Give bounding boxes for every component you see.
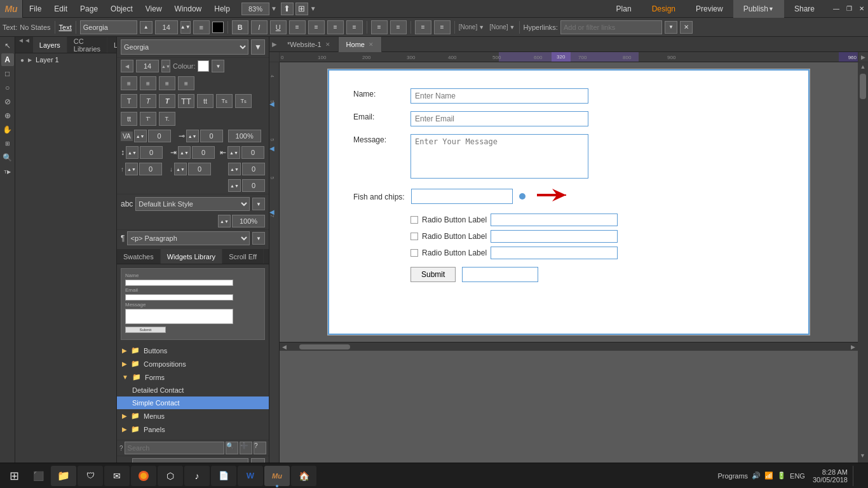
paragraph-drop[interactable]: ▼: [252, 232, 265, 245]
indent-arrows[interactable]: ▲▼: [178, 146, 191, 159]
widget-forms-folder[interactable]: ▼ 📁 Forms: [117, 370, 269, 384]
menu-file[interactable]: File: [23, 0, 48, 18]
fish-input[interactable]: [411, 189, 513, 204]
canvas-inner-scroll[interactable]: Name: Email: Message:: [280, 62, 858, 474]
style-italic[interactable]: T: [140, 94, 156, 108]
font-size-up[interactable]: ▲: [140, 21, 153, 34]
style-T[interactable]: T: [121, 94, 137, 108]
after-para-arrows[interactable]: ▲▼: [174, 163, 187, 175]
ruler-right-btn[interactable]: ▶: [858, 52, 868, 62]
colour-swatch[interactable]: [198, 60, 209, 72]
widget-help-btn[interactable]: ?: [254, 442, 266, 454]
menu-window[interactable]: Window: [168, 0, 208, 18]
eye-icon[interactable]: ●: [20, 57, 24, 64]
tab-layers[interactable]: Layers: [33, 37, 67, 53]
restore-btn[interactable]: ❐: [843, 0, 855, 18]
list-btn2[interactable]: ≡: [390, 20, 407, 34]
va-arrows[interactable]: ▲▼: [134, 130, 147, 142]
align-right[interactable]: ≡: [327, 20, 344, 34]
align-left[interactable]: ≡: [289, 20, 306, 34]
hyperlinks-close[interactable]: ✕: [680, 21, 693, 34]
menu-page[interactable]: Page: [74, 0, 104, 18]
text-align-left[interactable]: ≡: [193, 20, 210, 34]
underline-btn[interactable]: U: [270, 20, 287, 34]
battery-icon[interactable]: 🔋: [777, 471, 786, 480]
canvas-expand-btn[interactable]: ▶: [269, 37, 280, 52]
indent-input[interactable]: [192, 146, 215, 159]
taskbar-security[interactable]: 🛡: [78, 466, 103, 486]
align-justify[interactable]: ≡: [346, 20, 363, 34]
kern-arrows[interactable]: ▲▼: [186, 130, 199, 142]
extra2-arrows[interactable]: ▲▼: [228, 179, 241, 192]
crop-tool[interactable]: ⊞: [1, 137, 14, 150]
text-btn-label[interactable]: Text: [59, 24, 72, 31]
link-style-drop[interactable]: ▼: [252, 198, 265, 210]
share-btn[interactable]: Share: [784, 0, 825, 18]
tab-website1-close[interactable]: ✕: [325, 41, 330, 48]
layer1-item[interactable]: ● ▶ Layer 1: [15, 53, 116, 66]
collapse-btn[interactable]: ◄◄: [15, 37, 33, 53]
indent-btn1[interactable]: ≡: [415, 20, 431, 34]
widget-search-btn[interactable]: 🔍: [226, 442, 238, 454]
minimize-btn[interactable]: —: [830, 0, 843, 18]
radio-text-3[interactable]: [491, 247, 618, 259]
expand-arrow[interactable]: ▶: [28, 57, 32, 63]
publish-btn[interactable]: Publish ▼: [733, 0, 784, 18]
widget-panels-folder[interactable]: ▶ 📁 Panels: [117, 423, 269, 436]
list-btn1[interactable]: ≡: [371, 20, 388, 34]
taskbar-mail[interactable]: ✉: [104, 466, 130, 486]
radio-text-1[interactable]: [491, 214, 618, 226]
rectangle-tool[interactable]: □: [1, 67, 14, 80]
extra2-input[interactable]: [242, 179, 265, 192]
widget-search-input[interactable]: [125, 442, 224, 454]
canvas-tab-website1[interactable]: *Website-1 ✕: [280, 37, 339, 52]
widget-detailed-contact[interactable]: Detailed Contact: [117, 384, 269, 396]
link-style-select[interactable]: Default Link Style: [135, 197, 250, 211]
scroll-right-btn[interactable]: ▶: [851, 344, 855, 350]
style-tt[interactable]: TT: [178, 94, 194, 108]
canvas-tab-home[interactable]: Home ✕: [339, 37, 382, 52]
indent-btn2[interactable]: ≡: [434, 20, 451, 34]
horizontal-scrollbar[interactable]: ◀ ▶: [280, 342, 858, 351]
italic-btn[interactable]: I: [251, 20, 268, 34]
plan-btn[interactable]: Plan: [606, 0, 642, 18]
show-desktop-btn[interactable]: [853, 466, 865, 486]
radio-text-2[interactable]: [491, 230, 618, 243]
tab-cc-libraries[interactable]: CC Libraries: [67, 37, 107, 53]
line-height-input[interactable]: [140, 146, 163, 159]
font-select[interactable]: Georgia: [121, 39, 248, 55]
tab-widgets-library[interactable]: Widgets Library: [161, 249, 222, 264]
zoom-out-tool[interactable]: 🔍: [1, 151, 14, 164]
indent2-input[interactable]: [241, 146, 264, 159]
close-btn[interactable]: ✕: [855, 0, 868, 18]
va-input[interactable]: [148, 130, 171, 142]
style-sup2[interactable]: T': [140, 112, 156, 126]
widget-add-btn[interactable]: ➕: [240, 442, 252, 454]
start-button[interactable]: ⊞: [3, 466, 25, 486]
style-sub2[interactable]: T.: [159, 112, 175, 126]
text-tool[interactable]: A: [1, 53, 14, 66]
grid-icon[interactable]: ⊞: [295, 3, 308, 15]
v-scroll-thumb[interactable]: [860, 74, 866, 99]
name-input[interactable]: [410, 88, 588, 104]
font-input[interactable]: [80, 20, 137, 34]
before-para-input[interactable]: [139, 163, 162, 175]
submit-extra-input[interactable]: [462, 267, 538, 282]
widget-compositions-folder[interactable]: ▶ 📁 Compositions: [117, 357, 269, 370]
taskbar-file-explorer[interactable]: 📁: [51, 466, 76, 486]
scroll-left-btn[interactable]: ◀: [282, 344, 287, 350]
pan-tool[interactable]: ✋: [1, 123, 14, 136]
percent-input[interactable]: [232, 215, 265, 227]
menu-view[interactable]: View: [139, 0, 168, 18]
radio-btn-1[interactable]: [410, 216, 418, 224]
speaker-icon[interactable]: 🔊: [752, 471, 761, 480]
taskbar-app8[interactable]: 📄: [211, 466, 236, 486]
size-arrows-btn[interactable]: ▲▼: [161, 60, 170, 72]
tab-swatches[interactable]: Swatches: [117, 249, 161, 264]
line-height-arrows[interactable]: ▲▼: [126, 146, 139, 159]
text-color-swatch[interactable]: [212, 22, 224, 33]
tab-scroll-effects[interactable]: Scroll Eff: [222, 249, 264, 264]
radio-btn-3[interactable]: [410, 249, 418, 257]
scroll-thumb[interactable]: [299, 344, 350, 349]
menu-edit[interactable]: Edit: [48, 0, 74, 18]
